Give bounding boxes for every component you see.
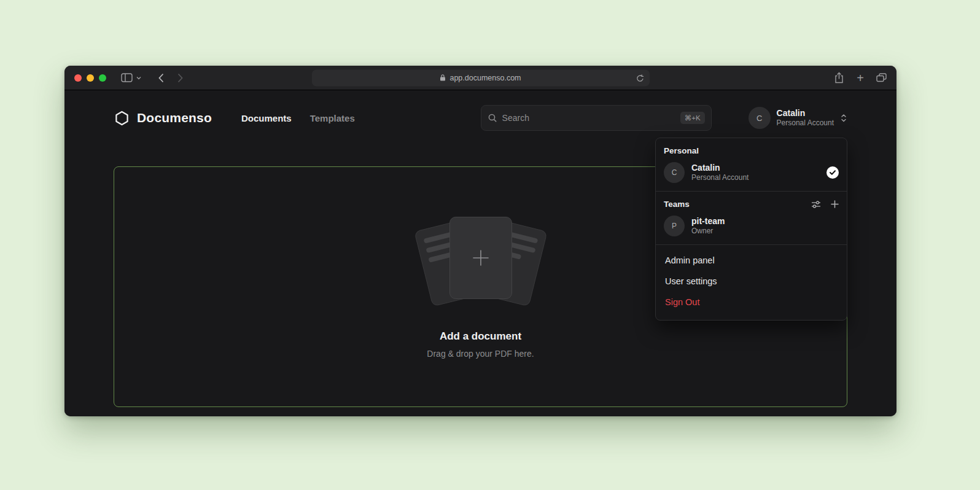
browser-titlebar: app.documenso.com + <box>64 66 896 90</box>
add-team-icon[interactable] <box>831 200 839 208</box>
add-document-plus-icon <box>470 247 491 268</box>
account-menu-button[interactable]: C Catalin Personal Account <box>749 107 847 129</box>
sidebar-toggle-icon[interactable] <box>121 73 133 82</box>
search-input[interactable] <box>502 113 675 123</box>
chevrons-up-down-icon <box>840 113 847 123</box>
menu-item-user-settings[interactable]: User settings <box>664 271 839 292</box>
account-name: Catalin <box>777 108 834 119</box>
team-role: Owner <box>691 227 725 236</box>
account-dropdown-menu: Personal C Catalin Personal Account Team… <box>655 138 847 321</box>
share-icon[interactable] <box>834 72 844 84</box>
selected-check-icon <box>826 166 839 179</box>
menu-item-sign-out[interactable]: Sign Out <box>664 292 839 313</box>
account-avatar: C <box>749 107 771 129</box>
search-bar[interactable]: ⌘+K <box>481 105 712 131</box>
brand[interactable]: Documenso <box>114 110 212 126</box>
account-type: Personal Account <box>777 119 834 128</box>
dropzone-title: Add a document <box>440 330 521 343</box>
refresh-icon[interactable] <box>636 74 644 82</box>
team-name: pit-team <box>691 216 725 227</box>
window-controls <box>74 74 106 82</box>
documents-illustration <box>416 215 545 307</box>
documenso-logo-icon <box>114 110 130 126</box>
personal-name: Catalin <box>691 162 749 173</box>
team-avatar: P <box>664 216 685 236</box>
team-item[interactable]: P pit-team Owner <box>664 216 839 236</box>
address-bar[interactable]: app.documenso.com <box>312 69 650 86</box>
tab-group-chevron-icon[interactable] <box>136 76 141 80</box>
forward-button-icon[interactable] <box>177 73 183 83</box>
lock-icon <box>440 74 446 82</box>
document-card-front <box>449 217 512 299</box>
personal-account-item[interactable]: C Catalin Personal Account <box>664 162 839 183</box>
personal-section-label: Personal <box>664 146 839 155</box>
teams-section-label: Teams <box>664 200 690 209</box>
search-shortcut-badge: ⌘+K <box>680 112 705 124</box>
menu-item-admin-panel[interactable]: Admin panel <box>664 250 839 271</box>
personal-type: Personal Account <box>691 173 749 183</box>
browser-window: app.documenso.com + Documenso <box>64 66 896 416</box>
app-page: Documenso Documents Templates ⌘+K C Cata… <box>64 90 896 416</box>
url-text: app.documenso.com <box>449 74 521 82</box>
dropzone-subtitle: Drag & drop your PDF here. <box>427 349 534 359</box>
new-tab-icon[interactable]: + <box>857 72 864 84</box>
search-icon <box>488 113 497 123</box>
minimize-window-button[interactable] <box>87 74 94 82</box>
main-nav: Documents Templates <box>241 113 355 123</box>
personal-avatar: C <box>664 162 685 183</box>
nav-documents[interactable]: Documents <box>241 113 292 123</box>
close-window-button[interactable] <box>74 74 82 82</box>
nav-templates[interactable]: Templates <box>310 113 355 123</box>
zoom-window-button[interactable] <box>99 74 106 82</box>
tab-overview-icon[interactable] <box>876 73 887 82</box>
back-button-icon[interactable] <box>158 73 164 83</box>
manage-teams-icon[interactable] <box>811 200 821 209</box>
brand-name: Documenso <box>137 111 212 125</box>
